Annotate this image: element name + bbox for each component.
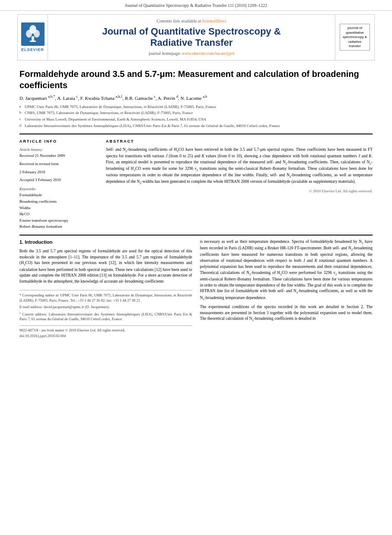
doi-line: 0022-4073/$ - see front matter © 2010 El… xyxy=(19,325,192,338)
body-col-left: 1. Introduction Both the 3.5 and 5.7 μm … xyxy=(19,239,192,338)
abstract-text: Self- and N2-broadening coefficients of … xyxy=(106,147,373,186)
doi-text: doi:10.1016/j.jqsrt.2010.02.004 xyxy=(19,333,192,338)
side-logo-box: journal of quantitative spectroscopy & r… xyxy=(340,24,370,51)
abstract-col: Abstract Self- and N2-broadening coeffic… xyxy=(106,139,373,230)
affiliation-b-text: CNRS, UMR 7075, Laboratoire de Dynamique… xyxy=(25,110,193,116)
affiliation-c-text: University of Mass Lowell, Department of… xyxy=(25,117,206,122)
banner-main: Contents lists available at ScienceDirec… xyxy=(48,15,335,60)
page-container: Journal of Quantitative Spectroscopy & R… xyxy=(0,0,392,347)
keyword-4: H₂CO xyxy=(19,211,97,217)
article-info-label: Article info xyxy=(19,139,97,144)
footnote-current: 1 Current address: Laboratoire Interuniv… xyxy=(19,311,192,322)
section1-heading: 1. Introduction xyxy=(19,239,192,246)
keyword-3: Widths xyxy=(19,205,97,211)
keywords-label: Keywords: xyxy=(19,186,97,192)
article-title: Formaldehyde around 3.5 and 5.7-μm: Meas… xyxy=(19,68,373,91)
affiliation-d-text: Laboratoire Interuniversitaire des Systè… xyxy=(25,123,280,129)
banner-homepage: journal homepage: www.elsevier.com/locat… xyxy=(52,51,331,57)
journal-header-bar: Journal of Quantitative Spectroscopy & R… xyxy=(0,0,392,11)
accepted-date: Accepted 3 February 2010 xyxy=(19,177,97,183)
banner-sciencedirect-text: Contents lists available at ScienceDirec… xyxy=(52,18,331,24)
svg-point-3 xyxy=(34,30,40,38)
footnote-email: E-mail address: david.jacquemart@upmc.fr… xyxy=(19,305,192,310)
svg-point-2 xyxy=(26,30,32,38)
article-body: 1. Introduction Both the 3.5 and 5.7 μm … xyxy=(19,235,373,338)
keyword-5: Fourier transform spectroscopy xyxy=(19,218,97,223)
intro-para-3: The experimental conditions of the spect… xyxy=(200,304,373,323)
received-1: Received 21 November 2009 xyxy=(19,153,97,159)
affiliation-d: d Laboratoire Interuniversitaire des Sys… xyxy=(19,123,373,129)
keyword-2: Broadening coefficients xyxy=(19,199,97,204)
body-col-right: is necessary as well as their temperatur… xyxy=(200,239,373,338)
affiliation-c: c University of Mass Lowell, Department … xyxy=(19,117,373,122)
svg-rect-5 xyxy=(30,41,36,42)
homepage-link[interactable]: www.elsevier.com/locate/jqsrt xyxy=(182,51,234,56)
intro-para-2: is necessary as well as their temperatur… xyxy=(200,239,373,302)
side-journal-title: journal of quantitative spectroscopy & r… xyxy=(343,26,367,48)
article-authors: D. Jacquemart a,b,*, A. Laraia c, F. Kwa… xyxy=(19,94,373,102)
article-info-abstract-section: Article info Article history: Received 2… xyxy=(19,134,373,230)
footnote-section: * Corresponding author at: UPMC Univ Par… xyxy=(19,290,192,322)
received-2: Received in revised form xyxy=(19,161,97,167)
footnote-corresponding: * Corresponding author at: UPMC Univ Par… xyxy=(19,293,192,303)
intro-para-1: Both the 3.5 and 5.7 μm spectral regions… xyxy=(19,248,192,285)
keywords-section: Keywords: Formaldehyde Broadening coeffi… xyxy=(19,186,97,229)
journal-cite: Journal of Quantitative Spectroscopy & R… xyxy=(125,3,267,8)
body-two-col: 1. Introduction Both the 3.5 and 5.7 μm … xyxy=(19,239,373,338)
article-history-label: Article history: xyxy=(19,147,97,153)
article-content: Formaldehyde around 3.5 and 5.7-μm: Meas… xyxy=(0,64,392,347)
elsevier-tree-icon xyxy=(21,22,45,46)
keyword-6: Robert–Bonamy formalism xyxy=(19,224,97,229)
abstract-label: Abstract xyxy=(106,139,373,144)
banner-side: journal of quantitative spectroscopy & r… xyxy=(335,15,374,60)
affiliation-a-text: UPMC Univ Paris 06, UMR 7075, Laboratoir… xyxy=(25,104,216,110)
abstract-copyright: © 2010 Elsevier Ltd. All rights reserved… xyxy=(106,188,373,194)
banner-journal-title: Journal of Quantitative Spectroscopy & R… xyxy=(52,26,331,49)
elsevier-banner: ELSEVIER Contents lists available at Sci… xyxy=(17,14,375,61)
keyword-1: Formaldehyde xyxy=(19,192,97,198)
sciencedirect-link[interactable]: ScienceDirect xyxy=(202,19,226,23)
article-info-col: Article info Article history: Received 2… xyxy=(19,139,97,230)
affiliation-b: b CNRS, UMR 7075, Laboratoire de Dynamiq… xyxy=(19,110,373,116)
copyright-doi: 0022-4073/$ - see front matter © 2010 El… xyxy=(19,328,192,333)
revised-date: 2 February 2010 xyxy=(19,169,97,175)
affiliation-block: a UPMC Univ Paris 06, UMR 7075, Laborato… xyxy=(19,104,373,128)
affiliation-a: a UPMC Univ Paris 06, UMR 7075, Laborato… xyxy=(19,104,373,110)
elsevier-wordmark: ELSEVIER xyxy=(21,47,44,53)
